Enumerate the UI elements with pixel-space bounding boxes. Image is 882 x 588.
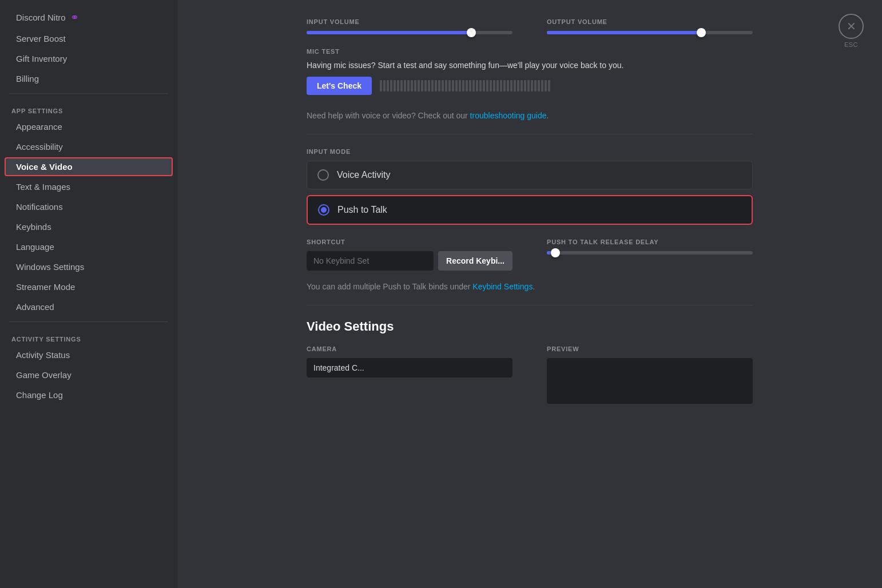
mic-bar bbox=[545, 80, 547, 92]
mic-visualizer bbox=[380, 80, 753, 92]
voice-activity-label: Voice Activity bbox=[337, 170, 390, 180]
sidebar-item-server-boost[interactable]: Server Boost bbox=[5, 29, 173, 48]
sidebar-item-billing[interactable]: Billing bbox=[5, 69, 173, 88]
voice-activity-radio[interactable] bbox=[317, 169, 329, 181]
mic-bar bbox=[483, 80, 485, 92]
sidebar-item-language[interactable]: Language bbox=[5, 237, 173, 256]
input-mode-label: INPUT MODE bbox=[307, 148, 753, 155]
sidebar-item-activity-status[interactable]: Activity Status bbox=[5, 345, 173, 364]
mic-bar bbox=[466, 80, 468, 92]
sidebar-item-advanced[interactable]: Advanced bbox=[5, 297, 173, 316]
main-content: ✕ ESC INPUT VOLUME OUTPUT VOLUME bbox=[177, 0, 882, 588]
ptt-delay-col: PUSH TO TALK RELEASE DELAY bbox=[547, 239, 753, 271]
content-divider bbox=[307, 134, 753, 134]
ptt-slider-thumb[interactable] bbox=[551, 248, 560, 257]
mic-bar bbox=[548, 80, 550, 92]
output-volume-label: OUTPUT VOLUME bbox=[547, 18, 753, 25]
sidebar-item-streamer-mode[interactable]: Streamer Mode bbox=[5, 277, 173, 296]
sidebar-item-label: Gift Inventory bbox=[16, 54, 67, 63]
lets-check-button[interactable]: Let's Check bbox=[307, 77, 372, 95]
ptt-release-delay-slider[interactable] bbox=[547, 251, 753, 255]
mic-test-description: Having mic issues? Start a test and say … bbox=[307, 61, 753, 70]
sidebar-item-windows-settings[interactable]: Windows Settings bbox=[5, 257, 173, 276]
sidebar-item-label: Appearance bbox=[16, 122, 62, 132]
troubleshooting-guide-link[interactable]: troubleshooting guide bbox=[470, 111, 547, 120]
mic-bar bbox=[472, 80, 475, 92]
radio-selected-indicator bbox=[321, 207, 327, 213]
mic-bar bbox=[438, 80, 440, 92]
sidebar-item-appearance[interactable]: Appearance bbox=[5, 117, 173, 136]
sidebar-item-gift-inventory[interactable]: Gift Inventory bbox=[5, 49, 173, 68]
sidebar-item-label: Server Boost bbox=[16, 34, 66, 43]
camera-select[interactable]: Integrated C... bbox=[307, 358, 512, 378]
camera-preview bbox=[547, 358, 753, 404]
mic-bar bbox=[510, 80, 512, 92]
mic-bar bbox=[400, 80, 403, 92]
sidebar-item-game-overlay[interactable]: Game Overlay bbox=[5, 365, 173, 384]
mic-bar bbox=[452, 80, 454, 92]
mic-bar bbox=[404, 80, 406, 92]
mic-bar bbox=[435, 80, 437, 92]
output-volume-col: OUTPUT VOLUME bbox=[547, 18, 753, 34]
volume-row: INPUT VOLUME OUTPUT VOLUME bbox=[307, 18, 753, 34]
input-volume-slider[interactable] bbox=[307, 31, 512, 34]
output-volume-slider[interactable] bbox=[547, 31, 753, 34]
sidebar-item-notifications[interactable]: Notifications bbox=[5, 197, 173, 216]
mic-bar bbox=[524, 80, 526, 92]
mic-bar bbox=[521, 80, 523, 92]
mic-bar bbox=[459, 80, 461, 92]
nitro-icon: ⚭ bbox=[70, 11, 79, 23]
sidebar: Discord Nitro ⚭ Server Boost Gift Invent… bbox=[0, 0, 177, 588]
mic-bar bbox=[503, 80, 506, 92]
mic-bar bbox=[531, 80, 533, 92]
mic-bar bbox=[507, 80, 509, 92]
sidebar-item-label: Change Log bbox=[16, 390, 63, 400]
mic-bar bbox=[534, 80, 537, 92]
sidebar-item-label: Voice & Video bbox=[16, 162, 73, 172]
mic-bar bbox=[538, 80, 540, 92]
mic-test-section: MIC TEST Having mic issues? Start a test… bbox=[307, 48, 753, 95]
close-icon[interactable]: ✕ bbox=[839, 14, 864, 39]
sidebar-item-label: Discord Nitro bbox=[16, 13, 66, 22]
shortcut-input[interactable] bbox=[307, 251, 434, 271]
push-to-talk-option[interactable]: Push to Talk bbox=[307, 195, 753, 225]
esc-button[interactable]: ✕ ESC bbox=[839, 14, 864, 48]
input-mode-section: INPUT MODE Voice Activity Push to Talk bbox=[307, 148, 753, 225]
mic-bar bbox=[490, 80, 492, 92]
mic-bar bbox=[380, 80, 382, 92]
mic-bar bbox=[517, 80, 519, 92]
shortcut-input-row: Record Keybi... bbox=[307, 251, 512, 271]
camera-label: CAMERA bbox=[307, 345, 512, 352]
mic-bar bbox=[462, 80, 464, 92]
sidebar-item-label: Game Overlay bbox=[16, 370, 71, 380]
mic-bar bbox=[455, 80, 458, 92]
camera-preview-row: CAMERA Integrated C... PREVIEW bbox=[307, 345, 753, 404]
mic-bar bbox=[500, 80, 502, 92]
input-volume-thumb[interactable] bbox=[467, 28, 476, 37]
voice-activity-option[interactable]: Voice Activity bbox=[307, 161, 753, 189]
mic-bar bbox=[527, 80, 530, 92]
keybind-settings-link[interactable]: Keybind Settings bbox=[472, 282, 533, 291]
sidebar-item-discord-nitro[interactable]: Discord Nitro ⚭ bbox=[5, 6, 173, 28]
mic-bar bbox=[397, 80, 399, 92]
output-volume-fill bbox=[547, 31, 701, 34]
sidebar-item-keybinds[interactable]: Keybinds bbox=[5, 217, 173, 236]
mic-bar bbox=[476, 80, 478, 92]
ptt-slider-fill bbox=[547, 251, 551, 255]
mic-bar bbox=[541, 80, 543, 92]
sidebar-divider-2 bbox=[9, 321, 168, 322]
sidebar-item-text-images[interactable]: Text & Images bbox=[5, 177, 173, 196]
mic-bar bbox=[428, 80, 430, 92]
mic-test-row: Let's Check bbox=[307, 77, 753, 95]
video-settings-section: Video Settings CAMERA Integrated C... PR… bbox=[307, 319, 753, 404]
push-to-talk-radio[interactable] bbox=[318, 204, 329, 216]
record-keybind-button[interactable]: Record Keybi... bbox=[438, 251, 512, 271]
mic-test-label: MIC TEST bbox=[307, 48, 753, 55]
sidebar-divider-1 bbox=[9, 93, 168, 94]
sidebar-item-voice-video[interactable]: Voice & Video bbox=[5, 157, 173, 176]
output-volume-thumb[interactable] bbox=[697, 28, 706, 37]
sidebar-item-accessibility[interactable]: Accessibility bbox=[5, 137, 173, 156]
sidebar-item-change-log[interactable]: Change Log bbox=[5, 386, 173, 404]
voice-help-text: Need help with voice or video? Check out… bbox=[307, 111, 753, 120]
input-volume-fill bbox=[307, 31, 471, 34]
